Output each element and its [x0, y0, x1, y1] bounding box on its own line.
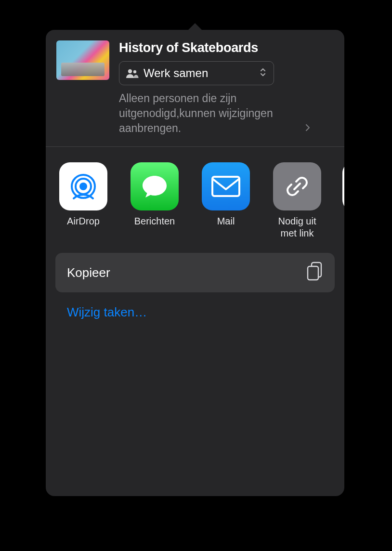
chevron-right-icon — [305, 123, 311, 134]
share-app-reminders[interactable]: He — [342, 162, 344, 239]
link-icon — [273, 162, 321, 210]
copy-icon — [306, 262, 323, 284]
share-app-label: Berichten — [134, 215, 175, 227]
reminders-icon — [342, 162, 344, 210]
share-apps-row[interactable]: AirDrop Berichten Mail — [46, 147, 344, 253]
actions-section: Kopieer Wijzig taken… — [46, 253, 344, 332]
svg-point-2 — [79, 183, 87, 190]
chevron-up-down-icon — [259, 67, 267, 79]
svg-rect-6 — [308, 266, 318, 280]
document-thumbnail — [56, 40, 109, 80]
share-app-label: AirDrop — [67, 215, 100, 227]
mail-icon — [202, 162, 250, 210]
svg-rect-5 — [212, 177, 239, 196]
header-content: History of Skateboards Werk samen — [119, 40, 332, 136]
share-app-mail[interactable]: Mail — [200, 162, 252, 239]
share-sheet-popover: History of Skateboards Werk samen — [46, 30, 344, 496]
messages-icon — [131, 162, 179, 210]
collaborate-label: Werk samen — [144, 66, 254, 80]
copy-label: Kopieer — [67, 265, 110, 280]
svg-point-1 — [133, 70, 136, 73]
share-header: History of Skateboards Werk samen — [46, 30, 344, 147]
share-app-invite-link[interactable]: Nodig uit met link — [271, 162, 323, 239]
permission-description[interactable]: Alleen personen die zijn uitgenodigd,kun… — [119, 91, 332, 136]
people-icon — [126, 68, 139, 78]
collaborate-dropdown[interactable]: Werk samen — [119, 61, 274, 85]
share-app-messages[interactable]: Berichten — [129, 162, 181, 239]
copy-action[interactable]: Kopieer — [55, 253, 335, 292]
permission-text: Alleen personen die zijn uitgenodigd,kun… — [119, 91, 302, 136]
svg-point-0 — [128, 69, 132, 73]
share-app-label: Nodig uit met link — [278, 215, 316, 239]
share-app-label: Mail — [217, 215, 235, 227]
airdrop-icon — [59, 162, 107, 210]
edit-label: Wijzig taken… — [67, 305, 147, 320]
share-app-airdrop[interactable]: AirDrop — [57, 162, 109, 239]
edit-actions[interactable]: Wijzig taken… — [55, 292, 335, 332]
document-title: History of Skateboards — [119, 40, 332, 55]
